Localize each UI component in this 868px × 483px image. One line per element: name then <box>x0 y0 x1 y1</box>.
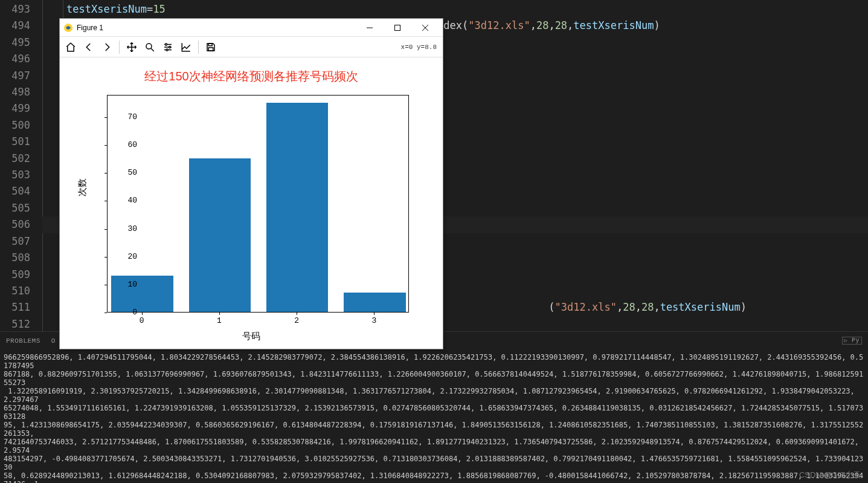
line-number: 511 <box>0 299 42 316</box>
svg-rect-2 <box>395 25 400 30</box>
line-number: 501 <box>0 134 42 150</box>
axes <box>107 95 409 313</box>
figure-titlebar[interactable]: Figure 1 <box>60 19 443 37</box>
x-tick-label: 2 <box>291 316 303 325</box>
bar <box>189 158 251 312</box>
tab-output[interactable]: O <box>51 337 56 345</box>
figure-toolbar: x=0 y=8.8 <box>60 37 443 57</box>
line-number: 494 <box>0 18 42 34</box>
watermark: CSDN @GIS小天 <box>799 470 861 481</box>
figure-title: Figure 1 <box>77 24 103 32</box>
line-number: 493 <box>0 1 42 18</box>
svg-line-6 <box>151 48 154 51</box>
line-gutter: 4934944954964974984995005015025035045055… <box>0 0 42 331</box>
line-number: 507 <box>0 233 42 250</box>
save-icon[interactable] <box>202 39 219 56</box>
y-axis-label: 次数 <box>77 178 88 196</box>
line-number: 498 <box>0 84 42 100</box>
pan-icon[interactable] <box>123 39 140 56</box>
tab-problems[interactable]: PROBLEMS <box>6 337 40 345</box>
y-tick-label: 60 <box>119 140 137 149</box>
x-tick-label: 3 <box>368 316 380 325</box>
line-number: 512 <box>0 316 42 332</box>
zoom-icon[interactable] <box>141 39 158 56</box>
y-tick-label: 30 <box>119 224 137 233</box>
y-tick-label: 0 <box>119 308 137 317</box>
y-tick-label: 20 <box>119 252 137 261</box>
line-number: 500 <box>0 117 42 134</box>
line-number: 496 <box>0 51 42 67</box>
y-tick-label: 70 <box>119 112 137 122</box>
line-number: 508 <box>0 250 42 266</box>
python-tag[interactable]: ▷ Py <box>842 337 862 345</box>
line-number: 510 <box>0 283 42 299</box>
svg-rect-13 <box>208 44 212 46</box>
figure-window[interactable]: Figure 1 x=0 y=8.8 经过150次神经网络预测各推荐号码频次 个… <box>59 18 443 349</box>
svg-point-11 <box>169 46 171 48</box>
line-number: 509 <box>0 267 42 283</box>
plot-area[interactable]: 经过150次神经网络预测各推荐号码频次 个位012 次数 号码 01020304… <box>60 57 443 349</box>
close-button[interactable] <box>411 19 439 37</box>
line-number: 504 <box>0 183 42 199</box>
bar <box>344 293 406 312</box>
x-tick-label: 0 <box>136 316 148 325</box>
forward-icon[interactable] <box>98 39 115 56</box>
code-line[interactable]: testXserisNum=15 <box>42 1 868 18</box>
svg-point-5 <box>146 44 152 49</box>
home-icon[interactable] <box>62 39 79 56</box>
cursor-readout: x=0 y=8.8 <box>401 44 440 51</box>
y-tick-label: 50 <box>119 168 137 177</box>
y-tick-label: 40 <box>119 196 137 205</box>
line-number: 505 <box>0 200 42 216</box>
toolbar-separator <box>119 41 120 54</box>
configure-icon[interactable] <box>159 39 176 56</box>
app-icon <box>63 23 73 33</box>
svg-rect-14 <box>208 47 213 50</box>
line-number: 497 <box>0 68 42 84</box>
x-tick-label: 1 <box>213 316 225 325</box>
line-number: 503 <box>0 167 42 183</box>
minimize-button[interactable] <box>356 19 384 37</box>
back-icon[interactable] <box>80 39 97 56</box>
toolbar-separator <box>198 41 199 54</box>
line-number: 499 <box>0 100 42 117</box>
y-tick-label: 10 <box>119 280 137 289</box>
edit-axes-icon[interactable] <box>178 39 194 56</box>
svg-point-12 <box>166 49 168 51</box>
x-axis-label: 号码 <box>60 331 443 342</box>
line-number: 506 <box>0 216 42 233</box>
line-number: 495 <box>0 34 42 51</box>
line-number: 502 <box>0 151 42 167</box>
terminal-output[interactable]: 966259866952896, 1.407294511795044, 1.80… <box>0 351 868 483</box>
bar <box>266 103 329 312</box>
maximize-button[interactable] <box>384 19 411 37</box>
svg-point-10 <box>166 44 167 45</box>
chart-title: 经过150次神经网络预测各推荐号码频次 <box>60 68 443 85</box>
